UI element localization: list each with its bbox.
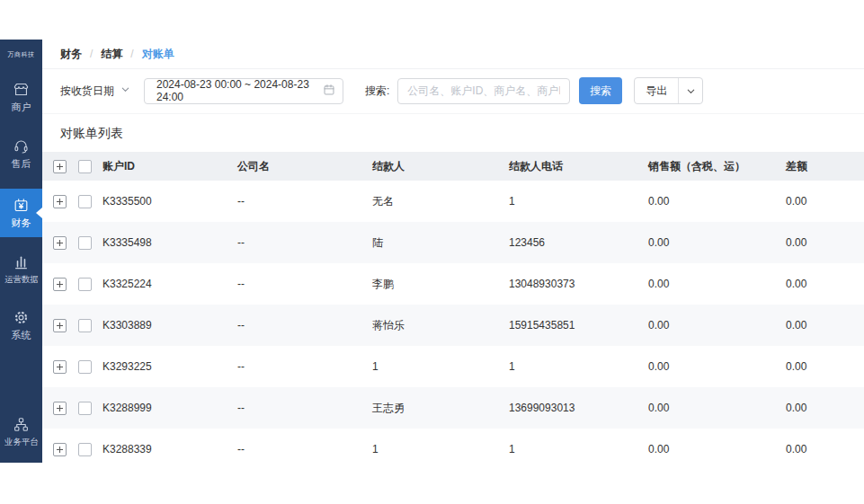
cell-payee-phone: 13048930373: [509, 278, 648, 290]
cell-payee: 1: [372, 360, 509, 373]
cell-payee: 李鹏: [372, 277, 509, 292]
cell-difference: 0.00: [786, 278, 864, 290]
sidebar-item-system[interactable]: 系统: [0, 301, 42, 349]
cell-payee: 1: [372, 443, 509, 455]
sidebar-item-finance[interactable]: 财务: [0, 189, 42, 237]
export-dropdown-button[interactable]: [678, 78, 702, 103]
row-checkbox[interactable]: [78, 319, 92, 332]
row-checkbox[interactable]: [78, 278, 92, 291]
headset-icon: [13, 137, 30, 155]
expand-row-button[interactable]: [53, 278, 67, 291]
org-nodes-icon: [13, 416, 30, 433]
expand-all-button[interactable]: [53, 160, 67, 173]
row-checkbox[interactable]: [78, 443, 92, 456]
expand-row-button[interactable]: [53, 236, 67, 250]
table-row: K3288999 -- 王志勇 13699093013 0.00 0.00: [42, 387, 864, 429]
cell-sales: 0.00: [648, 443, 786, 455]
cell-account-id: K3288339: [102, 443, 237, 455]
date-type-label: 按收货日期: [60, 84, 114, 99]
breadcrumb: 财务 / 结算 / 对账单: [42, 40, 864, 69]
breadcrumb-item-statement[interactable]: 对账单: [142, 47, 174, 62]
row-checkbox[interactable]: [78, 360, 92, 374]
column-header-company: 公司名: [237, 159, 372, 174]
expand-row-button[interactable]: [53, 360, 67, 374]
cell-difference: 0.00: [786, 402, 864, 414]
search-button[interactable]: 搜索: [579, 77, 622, 104]
cell-sales: 0.00: [648, 195, 786, 208]
expand-row-button[interactable]: [53, 443, 67, 456]
cell-company: --: [237, 443, 372, 455]
cell-payee: 无名: [372, 194, 509, 209]
app-window: 万商科技 商户 售后: [0, 40, 864, 463]
cell-sales: 0.00: [648, 319, 786, 332]
breadcrumb-separator: /: [130, 48, 133, 60]
sidebar-item-operations-data[interactable]: 运营数据: [0, 245, 42, 293]
cell-difference: 0.00: [786, 195, 864, 208]
breadcrumb-item-finance[interactable]: 财务: [60, 47, 82, 62]
cell-account-id: K3335498: [102, 236, 237, 249]
cell-sales: 0.00: [648, 236, 786, 249]
calendar-icon: [323, 84, 335, 99]
sidebar-item-label: 业务平台: [4, 436, 39, 447]
table-row: K3325224 -- 李鹏 13048930373 0.00 0.00: [42, 263, 864, 305]
sidebar-item-label: 售后: [12, 157, 31, 171]
cell-account-id: K3325224: [102, 278, 237, 290]
cell-company: --: [237, 278, 372, 290]
search-label: 搜索:: [365, 84, 389, 99]
table-row: K3288339 -- 1 1 0.00 0.00: [42, 429, 864, 470]
column-header-difference: 差额: [786, 159, 864, 174]
export-button[interactable]: 导出: [635, 78, 678, 103]
storefront-icon: [13, 81, 30, 98]
expand-row-button[interactable]: [53, 195, 67, 208]
row-checkbox[interactable]: [78, 402, 92, 415]
table-header-row: 账户ID 公司名 结款人 结款人电话 销售额（含税、运） 差额: [42, 152, 864, 181]
sidebar-item-label: 财务: [12, 217, 31, 230]
cell-account-id: K3303889: [102, 319, 237, 332]
row-checkbox[interactable]: [78, 195, 92, 208]
breadcrumb-separator: /: [90, 48, 93, 60]
cell-account-id: K3335500: [102, 195, 237, 208]
cell-sales: 0.00: [648, 278, 786, 290]
date-range-input[interactable]: 2024-08-23 00:00 ~ 2024-08-23 24:00: [144, 78, 343, 104]
cell-difference: 0.00: [786, 443, 864, 455]
table-row: K3335498 -- 陆 123456 0.00 0.00: [42, 222, 864, 263]
sidebar-item-business-platform[interactable]: 业务平台: [0, 408, 42, 455]
cell-difference: 0.00: [786, 319, 864, 332]
cell-company: --: [237, 360, 372, 373]
cell-account-id: K3288999: [102, 402, 237, 414]
export-split-button: 导出: [634, 77, 703, 104]
column-header-account-id: 账户ID: [102, 159, 237, 174]
expand-row-button[interactable]: [53, 402, 67, 415]
cell-account-id: K3293225: [102, 360, 237, 373]
column-header-payee: 结款人: [372, 159, 509, 174]
cell-payee: 陆: [372, 235, 509, 251]
date-type-dropdown[interactable]: 按收货日期: [60, 84, 130, 99]
date-range-value: 2024-08-23 00:00 ~ 2024-08-23 24:00: [156, 78, 323, 103]
cell-payee: 蒋怡乐: [372, 318, 509, 333]
cell-payee-phone: 1: [509, 360, 648, 373]
cell-company: --: [237, 195, 372, 208]
logo-text: 万商科技: [8, 50, 35, 59]
column-header-sales: 销售额（含税、运）: [648, 159, 786, 174]
column-header-payee-phone: 结款人电话: [509, 159, 648, 174]
cell-payee: 王志勇: [372, 401, 509, 416]
expand-row-button[interactable]: [53, 319, 67, 332]
sidebar-item-label: 商户: [12, 101, 31, 114]
search-input[interactable]: [397, 78, 570, 104]
breadcrumb-item-settlement[interactable]: 结算: [101, 47, 122, 62]
table-row: K3335500 -- 无名 1 0.00 0.00: [42, 181, 864, 222]
row-checkbox[interactable]: [78, 236, 92, 250]
cell-payee-phone: 1: [509, 195, 648, 208]
active-item-notch: [36, 208, 42, 218]
table-row: K3293225 -- 1 1 0.00 0.00: [42, 346, 864, 387]
sidebar-item-aftersales[interactable]: 售后: [0, 129, 42, 178]
select-all-checkbox[interactable]: [78, 160, 92, 173]
table-title: 对账单列表: [42, 114, 864, 152]
cell-difference: 0.00: [786, 236, 864, 249]
filter-bar: 按收货日期 2024-08-23 00:00 ~ 2024-08-23 24:0…: [42, 69, 864, 114]
cell-sales: 0.00: [648, 402, 786, 414]
table-row: K3303889 -- 蒋怡乐 15915435851 0.00 0.00: [42, 305, 864, 346]
cell-sales: 0.00: [648, 360, 786, 373]
sidebar-item-merchant[interactable]: 商户: [0, 73, 42, 121]
invoice-yuan-icon: [13, 197, 30, 214]
